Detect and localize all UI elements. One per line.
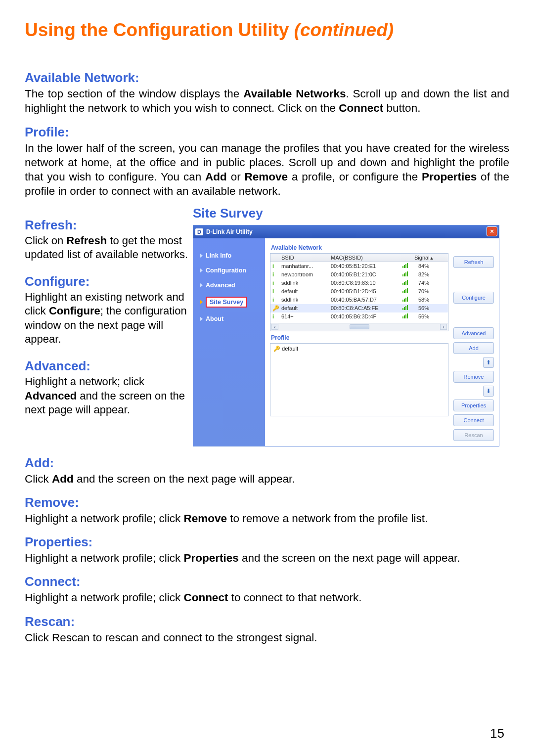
advanced-heading: Advanced:: [25, 358, 189, 374]
text: to remove a network from the profile lis…: [227, 512, 428, 525]
text: and the screen on the next page will app…: [239, 552, 460, 564]
triangle-icon: [200, 254, 203, 258]
move-up-button[interactable]: ⬆: [483, 357, 494, 368]
text: to connect to that network.: [228, 591, 361, 604]
connect-heading: Connect:: [25, 574, 509, 589]
text: a profile, or configure the: [288, 171, 422, 183]
text-bold: Available Networks: [243, 88, 346, 100]
properties-heading: Properties:: [25, 534, 509, 550]
cell-mac: 00:80:C8:19:83:10: [329, 279, 400, 287]
scroll-left-icon[interactable]: ‹: [271, 324, 278, 330]
text-bold: Remove: [183, 512, 227, 525]
cell-ssid: newportroom: [279, 270, 329, 278]
triangle-icon: [200, 283, 203, 287]
app-logo-icon: D: [195, 228, 203, 235]
text: Highlight a network; click: [25, 375, 144, 388]
close-button[interactable]: ×: [487, 226, 497, 236]
cell-ssid: manhattanr...: [279, 262, 329, 270]
text-bold: Add: [52, 473, 74, 485]
col-signal[interactable]: Signal▲: [412, 254, 431, 262]
triangle-icon: [200, 300, 203, 304]
page-title: Using the Configuration Utility (continu…: [25, 20, 509, 41]
page-number: 15: [490, 726, 504, 741]
horizontal-scrollbar[interactable]: ‹ ›: [270, 323, 448, 331]
rescan-button[interactable]: Rescan: [453, 429, 494, 441]
text: button.: [383, 102, 420, 114]
sidebar-label: Configuration: [206, 267, 246, 274]
configure-heading: Configure:: [25, 274, 189, 289]
cell-ssid: sddlink: [279, 296, 329, 304]
key-icon: 🔑: [272, 305, 279, 311]
info-icon: i: [272, 288, 274, 294]
sidebar-item-configuration[interactable]: Configuration: [193, 263, 265, 278]
site-survey-heading: Site Survey: [193, 206, 509, 221]
titlebar[interactable]: D D-Link Air Utility ×: [193, 225, 499, 238]
remove-text: Highlight a network profile; click Remov…: [25, 511, 509, 526]
text: and the screen on the next page will app…: [74, 473, 295, 485]
refresh-text: Click on Refresh to get the most updated…: [25, 234, 189, 262]
col-label: Signal: [414, 255, 430, 261]
configure-button[interactable]: Configure: [453, 292, 494, 304]
sidebar-item-about[interactable]: About: [193, 311, 265, 326]
sidebar-item-advanced[interactable]: Advanced: [193, 278, 265, 293]
table-row[interactable]: 🔑default00:80:C8:AC:A5:FE56%: [270, 304, 448, 312]
cell-signal: 82%: [412, 270, 431, 278]
profile-list[interactable]: 🔑 default: [270, 343, 448, 416]
text-bold: Refresh: [66, 234, 107, 247]
triangle-icon: [200, 317, 203, 321]
connect-button[interactable]: Connect: [453, 414, 494, 426]
text-bold: Configure: [49, 305, 100, 317]
cell-mac: 00:40:05:B6:3D:4F: [329, 312, 400, 320]
cell-signal: 74%: [412, 279, 431, 287]
table-row[interactable]: isddlink00:40:05:BA:57:D758%: [270, 296, 448, 304]
profile-heading: Profile:: [25, 125, 509, 140]
signal-bars-icon: [402, 280, 408, 285]
sidebar-item-linkinfo[interactable]: Link Info: [193, 248, 265, 263]
table-body: imanhattanr...00:40:05:B1:20:E184%inewpo…: [270, 262, 448, 321]
cell-signal: 84%: [412, 262, 431, 270]
refresh-button[interactable]: Refresh: [453, 256, 494, 268]
profile-item[interactable]: default: [282, 346, 298, 352]
col-mac[interactable]: MAC(BSSID): [329, 254, 400, 262]
text-bold: Connect: [183, 591, 228, 604]
table-header[interactable]: SSID MAC(BSSID) Signal▲: [270, 254, 448, 262]
text-bold: Properties: [422, 171, 477, 183]
add-heading: Add:: [25, 455, 509, 471]
text-bold: Properties: [183, 552, 238, 564]
col-ssid[interactable]: SSID: [279, 254, 329, 262]
add-button[interactable]: Add: [453, 342, 494, 354]
table-row[interactable]: inewportroom00:40:05:B1:21:0C82%: [270, 270, 448, 279]
cell-signal: 70%: [412, 287, 431, 295]
info-icon: i: [272, 280, 274, 286]
profile-panel-heading: Profile: [271, 334, 448, 341]
available-network-text: The top section of the window displays t…: [25, 87, 509, 116]
scroll-right-icon[interactable]: ›: [440, 324, 447, 330]
text-bold: Advanced: [25, 390, 77, 402]
remove-button[interactable]: Remove: [453, 371, 494, 383]
properties-button[interactable]: Properties: [453, 400, 494, 411]
network-table[interactable]: SSID MAC(BSSID) Signal▲ imanhattanr...00…: [270, 253, 448, 331]
text: Highlight a network profile; click: [25, 591, 183, 604]
table-row[interactable]: isddlink00:80:C8:19:83:1074%: [270, 279, 448, 287]
table-row[interactable]: i614+00:40:05:B6:3D:4F56%: [270, 312, 448, 321]
info-icon: i: [272, 263, 274, 269]
cell-mac: 00:80:C8:AC:A5:FE: [329, 304, 400, 312]
table-row[interactable]: imanhattanr...00:40:05:B1:20:E184%: [270, 262, 448, 270]
move-down-button[interactable]: ⬇: [483, 386, 494, 397]
sidebar-label: Advanced: [206, 282, 235, 289]
advanced-button[interactable]: Advanced: [453, 327, 494, 339]
cell-mac: 00:40:05:B1:20:E1: [329, 262, 400, 270]
signal-bars-icon: [402, 288, 408, 293]
app-window: D D-Link Air Utility × Link Info Configu…: [193, 225, 499, 446]
scroll-thumb[interactable]: [350, 324, 369, 329]
table-row[interactable]: idefault00:40:05:B1:2D:4570%: [270, 287, 448, 296]
refresh-heading: Refresh:: [25, 218, 189, 233]
cell-signal: 56%: [412, 304, 431, 312]
text: Click: [25, 473, 52, 485]
sidebar-label: Link Info: [206, 252, 231, 259]
window-title: D-Link Air Utility: [206, 228, 253, 235]
text: The top section of the window displays t…: [25, 88, 243, 100]
text: or: [227, 171, 245, 183]
cell-ssid: default: [279, 304, 329, 312]
sidebar-item-sitesurvey[interactable]: Site Survey: [193, 293, 265, 311]
